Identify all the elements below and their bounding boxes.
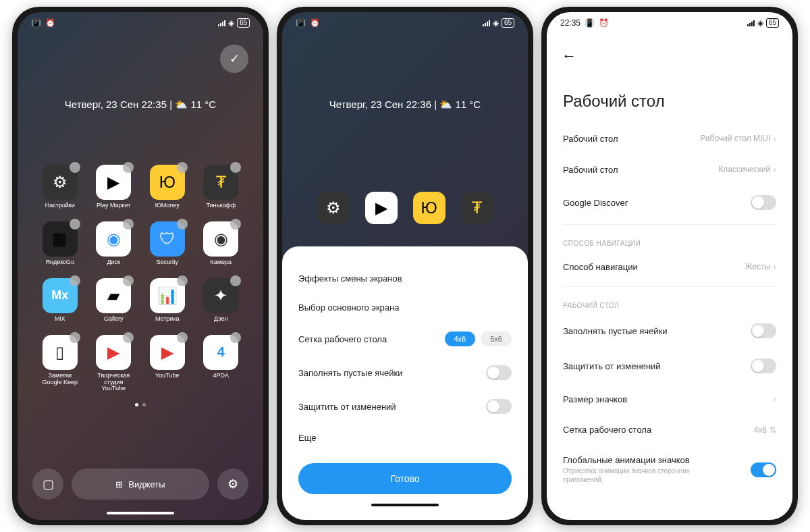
remove-badge[interactable] — [70, 275, 80, 286]
app-glyph: ✦ — [203, 278, 238, 313]
remove-badge[interactable] — [230, 162, 241, 173]
done-button[interactable]: Готово — [298, 463, 512, 494]
remove-badge[interactable] — [123, 162, 134, 173]
app-icon[interactable]: 44PDA — [198, 335, 245, 393]
row-grid: Сетка рабочего стола 4x6 5x6 — [298, 322, 512, 356]
signal-icon — [218, 20, 225, 26]
sublabel: Отрисовка анимации значков сторонних при… — [563, 467, 698, 484]
app-glyph[interactable]: ▶ — [365, 192, 398, 224]
row-fill-empty: Заполнять пустые ячейки — [298, 356, 512, 390]
home-indicator[interactable] — [371, 504, 439, 506]
remove-badge[interactable] — [70, 219, 80, 230]
weather-widget[interactable]: Четверг, 23 Сен 22:36 | ⛅ 11 °C — [282, 99, 528, 111]
app-icon[interactable]: 🛡Security — [144, 221, 191, 266]
app-label: Настройки — [45, 203, 75, 209]
app-icon[interactable]: ▶Play Маркет — [90, 165, 138, 209]
remove-badge[interactable] — [230, 219, 241, 230]
app-icon[interactable]: ₮Тинькофф — [198, 165, 245, 209]
row-icon-size[interactable]: Размер значков › — [563, 383, 776, 415]
row-lock-layout: Защитить от изменений — [298, 390, 512, 423]
row-more[interactable]: Еще — [298, 423, 512, 452]
phone-home-edit: 📳 ⏰ ◈ 65 ✓ Четверг, 23 Сен 22:35 | ⛅ 11 … — [12, 7, 269, 525]
toggle-fill-empty[interactable] — [486, 365, 512, 380]
battery-icon: 65 — [766, 18, 779, 28]
remove-badge[interactable] — [230, 275, 241, 286]
app-icon[interactable]: ▶Творческая студия YouTube — [90, 335, 138, 393]
bottom-toolbar: ▢ ⊞ Виджеты ⚙ — [32, 469, 248, 500]
grid-option-5x6[interactable]: 5x6 — [481, 331, 512, 346]
confirm-button[interactable]: ✓ — [220, 45, 248, 73]
wallpaper-button[interactable]: ▢ — [32, 469, 63, 500]
wallpaper-icon: ▢ — [43, 477, 54, 491]
app-icon[interactable]: MxMiX — [36, 278, 84, 323]
app-glyph: 📊 — [150, 278, 185, 313]
remove-badge[interactable] — [123, 332, 134, 343]
row-global-animations: Глобальные анимации значков Отрисовка ан… — [563, 445, 776, 494]
remove-badge[interactable] — [123, 219, 134, 230]
app-icon[interactable]: ◉Камера — [198, 221, 245, 266]
row-navigation[interactable]: Способ навигации Жесты› — [563, 251, 776, 282]
remove-badge[interactable] — [123, 275, 134, 286]
app-label: Метрика — [155, 316, 180, 323]
app-label: Дзен — [214, 316, 227, 323]
app-glyph[interactable]: ⚙ — [317, 192, 350, 224]
label: Глобальные анимации значков — [563, 455, 698, 465]
app-glyph: 🛡 — [150, 221, 185, 257]
app-label: Заметки Google Keep — [38, 373, 82, 386]
back-button[interactable]: ← — [562, 47, 576, 65]
app-label: Творческая студия YouTube — [92, 373, 135, 393]
label: Выбор основного экрана — [298, 302, 399, 313]
row-grid-size[interactable]: Сетка рабочего стола 4x6 ⇅ — [563, 415, 776, 445]
app-label: ЮMoney — [155, 203, 180, 209]
remove-badge[interactable] — [70, 162, 80, 173]
row-lock-layout: Защитить от изменений — [563, 348, 776, 383]
home-indicator[interactable] — [107, 512, 174, 514]
app-icon[interactable]: ▦ЯндексGo — [36, 221, 84, 266]
app-glyph: ⚙ — [43, 165, 78, 200]
app-glyph: ▯ — [43, 335, 78, 370]
section-home: РАБОЧИЙ СТОЛ — [563, 287, 776, 313]
phone-settings-sheet: 📳 ⏰ ◈ 65 Четверг, 23 Сен 22:36 | ⛅ 11 °C… — [277, 7, 533, 525]
row-transition-effects[interactable]: Эффекты смены экранов — [298, 264, 512, 293]
settings-button[interactable]: ⚙ — [217, 469, 248, 500]
remove-badge[interactable] — [70, 332, 80, 343]
app-icon[interactable]: ▰Gallery — [90, 278, 138, 323]
toggle-lock[interactable] — [751, 358, 776, 373]
app-label: Play Маркет — [97, 203, 130, 209]
check-icon: ✓ — [230, 51, 240, 66]
row-mode[interactable]: Рабочий стол Классический› — [563, 154, 776, 185]
row-launcher[interactable]: Рабочий стол Рабочий стол MIUI› — [563, 123, 776, 154]
app-icon[interactable]: ◉Диск — [90, 221, 138, 266]
toggle-discover[interactable] — [751, 195, 776, 210]
app-glyph: ▰ — [96, 278, 131, 313]
app-icon[interactable]: ✦Дзен — [198, 278, 245, 323]
widgets-button[interactable]: ⊞ Виджеты — [72, 469, 209, 500]
grid-option-4x6[interactable]: 4x6 — [445, 331, 476, 346]
toggle-lock[interactable] — [486, 399, 512, 414]
weather-widget[interactable]: Четверг, 23 Сен 22:35 | ⛅ 11 °C — [18, 99, 263, 111]
signal-icon — [747, 20, 755, 26]
app-icon[interactable]: ▯Заметки Google Keep — [36, 335, 84, 393]
app-glyph[interactable]: Ю — [413, 192, 446, 224]
vibrate-icon: 📳 — [31, 18, 41, 28]
app-icon[interactable]: ▶YouTube — [144, 335, 191, 393]
app-glyph[interactable]: ₮ — [461, 192, 493, 224]
remove-badge[interactable] — [177, 275, 188, 286]
app-icon[interactable]: ⚙Настройки — [36, 165, 84, 209]
remove-badge[interactable] — [177, 219, 188, 230]
toggle-animations[interactable] — [751, 462, 776, 477]
remove-badge[interactable] — [177, 162, 188, 173]
app-glyph: 4 — [203, 335, 238, 370]
widgets-label: Виджеты — [128, 479, 165, 489]
chevron-right-icon: › — [773, 261, 776, 272]
page-indicator — [18, 400, 263, 408]
row-default-screen[interactable]: Выбор основного экрана — [298, 293, 512, 322]
remove-badge[interactable] — [177, 332, 188, 343]
app-icon[interactable]: ЮЮMoney — [144, 165, 191, 209]
wifi-icon: ◈ — [493, 18, 499, 28]
remove-badge[interactable] — [230, 332, 241, 343]
toggle-fill-empty[interactable] — [751, 323, 776, 338]
app-icon[interactable]: 📊Метрика — [144, 278, 191, 323]
signal-icon — [483, 20, 490, 26]
app-label: YouTube — [155, 373, 179, 379]
